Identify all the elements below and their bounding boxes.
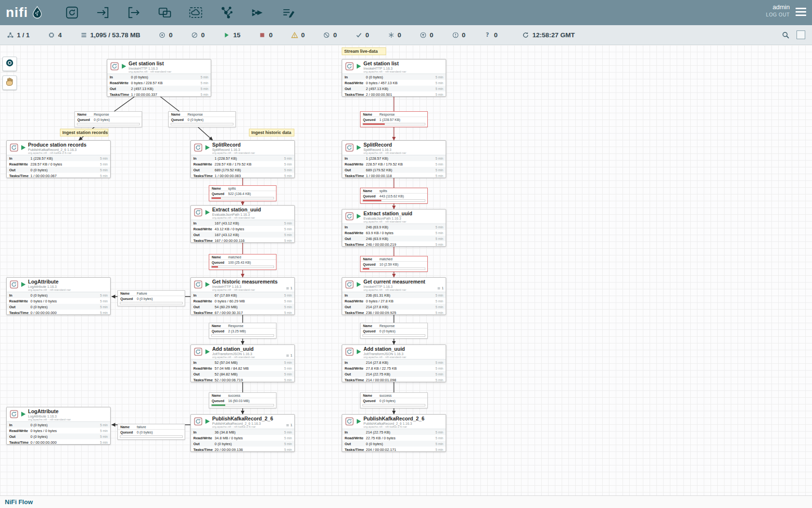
status-invalid: 0	[291, 31, 305, 39]
process-group-toolbar-icon[interactable]	[158, 5, 172, 20]
processor-extract-station-uuid-ingest[interactable]: Extract station_uuidEvaluateJsonPath 1.1…	[190, 205, 295, 243]
processor-type: LogAttribute 1.16.3	[28, 285, 109, 288]
processor-header: Produce station recordsPublishKafkaRecor…	[7, 141, 110, 155]
stat-value: 22.75 KB / 0 bytes	[366, 436, 435, 440]
stat-row: Read/Write228.57 KB / 179.52 KB5 min	[191, 161, 294, 167]
stat-label: In	[9, 156, 30, 161]
processor-add-station-uuid-live[interactable]: Add station_uuidJoltTransformJSON 1.16.3…	[342, 344, 446, 382]
connection-label-splits-ingest[interactable]: NamesplitsQueued522 (136.4 KB)	[209, 185, 276, 201]
navigate-palette-button[interactable]	[2, 57, 17, 71]
processor-publishkafka-historic[interactable]: PublishKafkaRecord_2_6PublishKafkaRecord…	[190, 414, 295, 452]
processor-publishkafka-live[interactable]: PublishKafkaRecord_2_6PublishKafkaRecord…	[342, 414, 446, 452]
connection-queued-key: Queued	[120, 297, 137, 300]
stat-window: 5 min	[435, 174, 443, 178]
processor-get-station-list-live[interactable]: Get station listInvokeHTTP 1.16.3org.apa…	[342, 59, 446, 97]
connection-label-splits-live[interactable]: NamesplitsQueued443 (115.62 KB)	[360, 188, 428, 204]
processor-get-historic-measurements[interactable]: Get historic measurementsInvokeHTTP 1.16…	[190, 277, 295, 315]
flow-label[interactable]: Ingest historic data	[249, 129, 294, 136]
processor-header: Add station_uuidJoltTransformJSON 1.16.3…	[191, 345, 294, 359]
connection-label-matched-live[interactable]: NamematchedQueued10 (2.59 KB)	[360, 256, 428, 272]
stat-window: 5 min	[100, 157, 108, 160]
processor-name: LogAttribute	[28, 408, 109, 414]
stat-window: 5 min	[284, 305, 292, 309]
connection-name-key: Name	[120, 425, 137, 429]
stat-window: 5 min	[284, 361, 292, 364]
stat-value: 0 bytes / 457.13 KB	[366, 81, 435, 85]
connection-label-success-historic[interactable]: NamesuccessQueued16 (50.03 MB)	[209, 392, 276, 408]
processor-add-station-uuid-historic[interactable]: Add station_uuidJoltTransformJSON 1.16.3…	[190, 344, 295, 382]
connection-name-key: Name	[120, 292, 137, 295]
connection-name-row: NameResponse	[209, 323, 276, 329]
input-port-toolbar-icon[interactable]	[96, 5, 110, 20]
stat-value: 1 (228.57 KB)	[30, 156, 100, 161]
stat-label: Out	[193, 442, 215, 446]
processor-header: PublishKafkaRecord_2_6PublishKafkaRecord…	[342, 415, 446, 429]
status-queued: 1,095 / 53.78 MB	[80, 31, 141, 39]
connection-name-row: NameResponse	[361, 112, 427, 117]
stat-label: Tasks/Time	[9, 440, 30, 445]
stat-label: Out	[9, 305, 30, 309]
stat-row: Tasks/Time1 / 00:00:00.1185 min	[342, 173, 446, 179]
stat-window: 5 min	[284, 163, 292, 166]
connection-name-row: Namesplits	[361, 188, 427, 194]
stat-label: Read/Write	[9, 162, 30, 166]
connection-label-failure-historic[interactable]: NameFailureQueued0 (0 bytes)	[117, 290, 185, 306]
processor-get-station-list-ingest[interactable]: Get station listInvokeHTTP 1.16.3org.apa…	[107, 59, 211, 97]
logout-link[interactable]: LOG OUT	[766, 12, 790, 17]
connection-name-row: NameFailure	[118, 291, 185, 296]
stat-value: 43.12 KB / 0 bytes	[215, 227, 284, 231]
processor-logattribute-historic-failure[interactable]: LogAttributeLogAttribute 1.16.3org.apach…	[6, 277, 111, 315]
connection-queued-key: Queued	[212, 329, 228, 333]
template-toolbar-icon[interactable]	[250, 5, 265, 20]
stat-label: Tasks/Time	[193, 239, 215, 243]
processor-logattribute-kafka-failure[interactable]: LogAttributeLogAttribute 1.16.3org.apach…	[6, 407, 111, 445]
stat-window: 5 min	[284, 311, 292, 314]
connection-label-response-to-split-ingest[interactable]: NameResponseQueued0 (0 bytes)	[168, 111, 236, 127]
stat-row: Out167 (43.12 KB)5 min	[191, 232, 294, 238]
stat-value: 0 bytes / 27.8 KB	[366, 299, 435, 303]
connection-label-matched-ingest[interactable]: NamematchedQueued100 (25.43 KB)	[209, 254, 276, 270]
nifi-logo[interactable]: nifi	[6, 5, 44, 20]
stat-row: Out689 (179.52 KB)5 min	[191, 167, 294, 173]
connection-label-response-historic[interactable]: NameResponseQueued2 (3.25 MB)	[209, 323, 276, 339]
funnel-toolbar-icon[interactable]	[219, 5, 234, 20]
connection-label-success-live[interactable]: NamesuccessQueued0 (0 bytes)	[360, 392, 428, 408]
stat-row: Tasks/Time0 / 00:00:00.0005 min	[7, 439, 110, 445]
run-status-icon	[357, 282, 361, 287]
processor-toolbar-icon[interactable]	[65, 5, 79, 20]
connection-name-row: Namefailure	[118, 424, 185, 430]
processor-header: PublishKafkaRecord_2_6PublishKafkaRecord…	[191, 415, 294, 429]
flow-label[interactable]: Ingest station records	[60, 129, 108, 136]
processor-extract-station-uuid-live[interactable]: Extract station_uuidEvaluateJsonPath 1.1…	[342, 209, 446, 247]
processor-produce-station-records[interactable]: Produce station recordsPublishKafkaRecor…	[6, 140, 111, 178]
connection-label-response-live[interactable]: NameResponseQueued1 (228.57 KB)	[360, 111, 428, 127]
label-toolbar-icon[interactable]	[281, 5, 296, 20]
connection-name-value: Response	[379, 113, 395, 116]
remote-process-group-toolbar-icon[interactable]	[188, 5, 203, 20]
processor-splitrecord-live[interactable]: SplitRecordSplitRecord 1.16.3org.apache.…	[342, 140, 446, 178]
global-menu-button[interactable]	[796, 8, 806, 18]
operate-palette-button[interactable]	[2, 75, 17, 90]
stat-label: Out	[345, 372, 366, 376]
stat-row: Tasks/Time214 / 00:00:01.0985 min	[342, 377, 446, 383]
stat-label: In	[9, 293, 30, 298]
connection-label-response-to-produce[interactable]: NameResponseQueued0 (0 bytes)	[74, 111, 142, 127]
connection-name-row: NameResponse	[169, 112, 235, 117]
stat-row: Out2 (457.13 KB)5 min	[107, 86, 211, 91]
stat-row: In246 (63.9 KB)5 min	[342, 224, 446, 230]
search-icon[interactable]	[782, 31, 790, 39]
processor-splitrecord-ingest[interactable]: SplitRecordSplitRecord 1.16.3org.apache.…	[190, 140, 295, 178]
breadcrumb-nifi-flow[interactable]: NiFi Flow	[5, 498, 33, 506]
connection-label-response-current[interactable]: NameResponseQueued0 (0 bytes)	[360, 323, 428, 339]
processor-stats: In0 (0 bytes)5 minRead/Write0 bytes / 0 …	[7, 421, 110, 444]
refresh-status[interactable]: 12:58:27 GMT	[522, 31, 575, 39]
backpressure-bar	[211, 197, 274, 199]
flow-label[interactable]: Stream live-data	[342, 47, 386, 55]
stat-window: 5 min	[284, 227, 292, 231]
stat-window: 5 min	[284, 436, 292, 440]
panel-toggle-button[interactable]	[797, 30, 805, 39]
output-port-toolbar-icon[interactable]	[127, 5, 141, 20]
processor-get-current-measurement[interactable]: Get current measurementInvokeHTTP 1.16.3…	[342, 277, 446, 315]
connection-label-failure-kafka[interactable]: NamefailureQueued0 (0 bytes)	[117, 424, 185, 440]
status-active-threads-value: 4	[58, 31, 62, 39]
